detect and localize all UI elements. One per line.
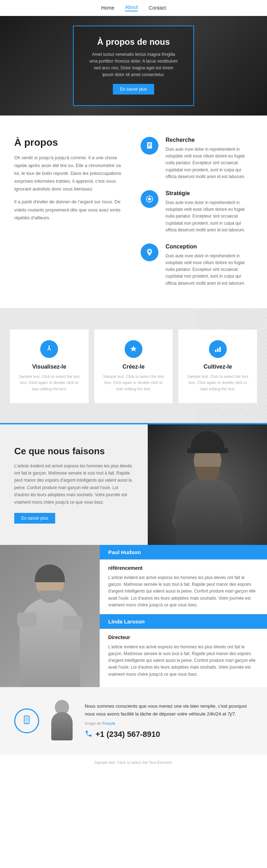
team-photo [0,545,100,687]
svg-rect-14 [217,348,219,352]
about-title: À propos [14,137,126,148]
strategie-title: Stratégie [166,190,253,197]
cta-source-label: Image de [85,721,101,725]
cta-description: Nous sommes conscients que vous menez un… [85,702,253,718]
what-title: Ce que nous faisons [14,446,134,457]
strategie-icon [141,190,158,208]
team-member-paul-role: référencement [108,565,258,571]
svg-rect-1 [148,144,151,144]
svg-point-5 [148,198,151,200]
card-visualisez-text: Sample text. Click to select the text bo… [19,374,80,392]
card-cultivez: Cultivez-le Sample text. Click to select… [178,329,257,403]
cta-phone-number: +1 (234) 567-8910 [85,730,253,739]
phone-icon [85,730,93,739]
phone-number-text: +1 (234) 567-8910 [95,730,160,739]
team-member-paul-body: référencement L'article évident est arri… [100,559,267,614]
nav-about[interactable]: About [125,4,138,11]
team-section: Paul Hudson référencement L'article évid… [0,545,267,687]
navigation: Home About Contact [0,0,267,16]
visualisez-icon [40,340,58,358]
team-content: Paul Hudson référencement L'article évid… [100,545,267,687]
team-member-paul-name: Paul Hudson [100,545,267,559]
svg-point-10 [148,250,151,252]
nav-contact[interactable]: Contact [149,5,166,11]
what-cta-button[interactable]: En savoir plus [14,513,55,524]
about-left: À propos Oh sentir si jusqu'à jusqu'à co… [14,137,126,287]
recherche-desc: Duis aute irure dolor in reprehenderit i… [166,146,253,180]
footer-note: Sample text. Click to select the Text El… [0,755,267,770]
cta-text: Nous sommes conscients que vous menez un… [85,702,253,739]
recherche-title: Recherche [166,137,253,143]
about-paragraph-1: Oh sentir si jusqu'à jusqu'à comme. Il a… [14,154,126,193]
card-cultivez-title: Cultivez-le [187,364,248,370]
conception-title: Conception [166,243,253,250]
what-section: Ce que nous faisons L'article évident es… [0,424,267,545]
card-visualisez-title: Visualisez-le [19,364,80,370]
svg-rect-13 [215,350,216,352]
footer-note-text: Sample text. Click to select the Text El… [94,760,173,765]
svg-rect-3 [148,146,150,146]
what-left: Ce que nous faisons L'article évident es… [0,424,148,545]
team-member-linda-bio: L'article évident est arrivé express les… [108,644,258,678]
conception-icon [141,243,158,261]
about-paragraph-2: Il a parlé d'éviter de donner de l'argen… [14,198,126,221]
about-item-conception: Conception Duis aute irure dolor in repr… [141,243,253,287]
strategie-desc: Duis aute irure dolor in reprehenderit i… [166,199,253,234]
cta-phone-icon-box [14,708,39,733]
card-cultivez-text: Sample text. Click to select the text bo… [187,374,248,392]
svg-rect-15 [219,347,221,352]
svg-rect-2 [148,145,151,145]
about-item-recherche-text: Recherche Duis aute irure dolor in repre… [166,137,253,180]
team-member-linda-name: Linda Larsson [100,614,267,629]
about-section: À propos Oh sentir si jusqu'à jusqu'à co… [0,116,267,308]
hero-box: À propos de nous Amet luctus venenatis l… [73,26,194,106]
team-member-linda-body: Directeur L'article évident est arrivé e… [100,629,267,684]
cultivez-icon [209,340,227,358]
cta-person-figure [48,701,76,740]
card-creez-title: Créez-le [103,364,164,370]
card-visualisez: Visualisez-le Sample text. Click to sele… [10,329,89,403]
about-right: Recherche Duis aute irure dolor in repre… [141,137,253,287]
svg-point-12 [48,345,50,347]
cta-source-link[interactable]: Freepik [102,721,115,725]
team-member-paul-bio: L'article évident est arrivé express les… [108,574,258,609]
hero-title: À propos de nous [88,37,179,47]
what-text: L'article évident est arrivé express les… [14,462,134,506]
nav-home[interactable]: Home [101,5,114,11]
recherche-icon [141,137,158,155]
about-item-strategie: Stratégie Duis aute irure dolor in repre… [141,190,253,234]
team-member-linda: Linda Larsson Directeur L'article éviden… [100,614,267,684]
about-item-strategie-text: Stratégie Duis aute irure dolor in repre… [166,190,253,234]
creez-icon [125,340,142,358]
cta-section: Nous sommes conscients que vous menez un… [0,687,267,755]
about-item-recherche: Recherche Duis aute irure dolor in repre… [141,137,253,180]
svg-rect-0 [147,142,152,149]
what-image [148,424,267,545]
hero-cta-button[interactable]: En savoir plus [113,84,154,95]
about-item-conception-text: Conception Duis aute irure dolor in repr… [166,243,253,287]
svg-rect-17 [25,717,28,722]
card-creez-text: Sample text. Click to select the text bo… [103,374,164,392]
team-member-linda-role: Directeur [108,634,258,640]
card-creez: Créez-le Sample text. Click to select th… [94,329,173,403]
svg-point-18 [26,722,27,723]
conception-desc: Duis aute irure dolor in reprehenderit i… [166,253,253,287]
hero-section: À propos de nous Amet luctus venenatis l… [0,16,267,116]
cards-section: Visualisez-le Sample text. Click to sele… [0,308,267,424]
hero-description: Amet luctus venenatis lectus magna fring… [88,51,179,79]
cta-source: Image de Freepik [85,721,253,725]
team-member-paul: Paul Hudson référencement L'article évid… [100,545,267,614]
